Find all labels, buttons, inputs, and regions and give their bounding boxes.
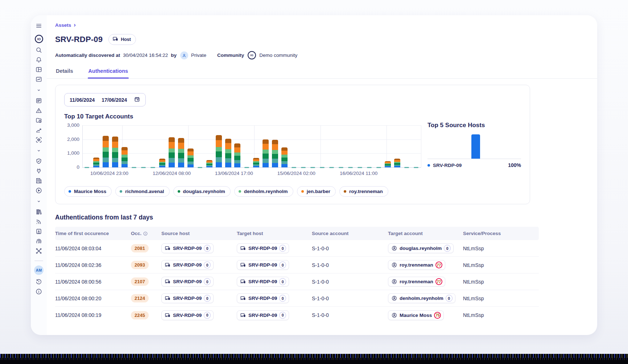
tab-authentications[interactable]: Authentications — [88, 67, 129, 78]
sidebar-chart-box-icon[interactable] — [33, 75, 44, 84]
community-value: Demo community — [259, 53, 297, 58]
sidebar-building-icon[interactable] — [33, 176, 44, 185]
user-avatar[interactable]: AM — [34, 265, 44, 275]
stacked-bar[interactable] — [93, 158, 99, 167]
bar-segment — [112, 137, 118, 142]
sidebar-plug-icon[interactable] — [33, 166, 44, 176]
stacked-bar[interactable] — [206, 160, 212, 167]
target-host-chip[interactable]: SRV-RDP-090 — [237, 243, 289, 253]
stacked-bar[interactable] — [216, 135, 222, 167]
sidebar-trend-icon[interactable] — [33, 125, 44, 135]
stacked-bar[interactable] — [112, 137, 118, 167]
target-host-chip[interactable]: SRV-RDP-090 — [237, 260, 289, 270]
bar-segment — [187, 151, 194, 155]
sidebar-chevron-down-icon[interactable] — [33, 198, 44, 205]
sidebar-chevron-down-icon[interactable] — [33, 147, 44, 154]
source-account-sid: S-1-0-0 — [312, 312, 388, 318]
target-host-name: SRV-RDP-09 — [248, 296, 277, 301]
target-host-chip[interactable]: SRV-RDP-090 — [237, 293, 289, 303]
sidebar-logo-icon[interactable]: IO — [33, 33, 44, 45]
sidebar-chevron-down-icon[interactable] — [33, 87, 44, 93]
sidebar-history-alert-icon[interactable] — [33, 277, 44, 286]
source-host-chip[interactable]: SRV-RDP-090 — [161, 293, 214, 303]
devices-icon — [240, 312, 246, 318]
stacked-bar[interactable] — [225, 139, 231, 167]
chart-slot — [82, 125, 92, 167]
source-host-chip[interactable]: SRV-RDP-090 — [161, 243, 214, 253]
chart-slot — [242, 125, 252, 167]
breadcrumb-assets-link[interactable]: Assets — [55, 22, 71, 28]
sidebar-cube-scan-icon[interactable] — [33, 135, 44, 145]
bar-segment — [216, 147, 222, 151]
account-chip[interactable]: roy.trenneman77 — [388, 260, 445, 270]
sidebar-search-icon[interactable] — [33, 45, 44, 55]
sidebar-folder-clock-icon[interactable] — [33, 116, 44, 125]
chart-slot — [252, 125, 261, 167]
stacked-bar[interactable] — [281, 147, 288, 167]
legend-chip-maurice-moss[interactable]: Maurice Moss — [64, 186, 112, 197]
zero-dash — [141, 167, 146, 168]
target-host-chip[interactable]: SRV-RDP-090 — [237, 277, 289, 286]
stacked-bar[interactable] — [169, 137, 175, 167]
account-chip[interactable]: douglas.reynholm0 — [388, 243, 454, 253]
target-host-chip[interactable]: SRV-RDP-090 — [237, 310, 289, 320]
source-host-chip[interactable]: SRV-RDP-090 — [161, 277, 214, 286]
bar-segment — [281, 161, 288, 164]
sidebar-news-icon[interactable] — [33, 96, 44, 105]
bar-segment — [178, 138, 184, 143]
legend-chip-denholm-reynholm[interactable]: denholm.reynholm — [234, 186, 293, 197]
bar-segment — [187, 155, 194, 158]
chart-slot — [327, 125, 336, 167]
sidebar-info-icon[interactable] — [33, 287, 44, 296]
legend-chip-douglas-reynholm[interactable]: douglas.reynholm — [173, 186, 231, 197]
breadcrumb[interactable]: Assets › — [55, 22, 76, 28]
devices-icon — [240, 279, 246, 285]
source-host-chip[interactable]: SRV-RDP-090 — [161, 310, 214, 320]
stacked-bar[interactable] — [253, 158, 259, 167]
stacked-bar[interactable] — [121, 147, 128, 167]
chart-slot — [299, 125, 308, 167]
sidebar-menu-icon[interactable] — [33, 21, 44, 30]
stacked-bar[interactable] — [263, 139, 269, 167]
sidebar-layout-icon[interactable] — [33, 65, 44, 74]
bar-segment — [178, 158, 184, 163]
bar-segment — [169, 137, 175, 142]
stacked-bar[interactable] — [159, 159, 165, 167]
source-host-chip[interactable]: SRV-RDP-090 — [161, 260, 214, 270]
stacked-bar[interactable] — [103, 136, 109, 167]
stacked-bar[interactable] — [394, 159, 400, 167]
date-range-picker[interactable]: 11/06/2024 17/06/2024 — [64, 93, 146, 106]
sidebar-shield-check-icon[interactable] — [33, 156, 44, 166]
devices-icon — [240, 262, 246, 268]
stacked-bar[interactable] — [178, 138, 184, 167]
info-icon[interactable] — [143, 231, 148, 236]
sidebar-play-circle-icon[interactable] — [33, 186, 44, 195]
stacked-bar[interactable] — [234, 143, 240, 167]
bar-segment — [263, 144, 269, 150]
table-row: 11/06/2024 08:00:562107SRV-RDP-090SRV-RD… — [55, 273, 539, 290]
sidebar-bell-icon[interactable] — [33, 55, 44, 64]
source-host-bar[interactable] — [471, 134, 480, 159]
account-chip[interactable]: roy.trenneman77 — [388, 277, 445, 286]
count-badge: 0 — [279, 245, 286, 252]
legend-chip-jen-barber[interactable]: jen.barber — [297, 186, 336, 197]
target-host-name: SRV-RDP-09 — [248, 313, 277, 318]
zero-dash — [84, 167, 89, 168]
account-chip[interactable]: denholm.reynholm0 — [388, 293, 455, 303]
legend-chip-roy-trenneman[interactable]: roy.trenneman — [339, 186, 388, 197]
tab-details[interactable]: Details — [55, 67, 74, 78]
occurrence-count-pill: 2093 — [131, 261, 149, 269]
sidebar-books-icon[interactable] — [33, 207, 44, 217]
stacked-bar[interactable] — [187, 148, 194, 167]
sidebar-network-icon[interactable] — [33, 246, 44, 256]
chart-slot — [270, 125, 280, 167]
stacked-bar[interactable] — [272, 140, 278, 168]
sidebar-fingerprint-icon[interactable] — [33, 237, 44, 246]
sidebar-rss-icon[interactable] — [33, 217, 44, 226]
stacked-bar[interactable] — [385, 161, 391, 167]
bar-segment — [272, 144, 278, 150]
legend-chip-richmond-avenal[interactable]: richmond.avenal — [115, 186, 169, 197]
sidebar-doc-download-icon[interactable] — [33, 227, 44, 236]
sidebar-warning-icon[interactable] — [33, 106, 44, 115]
account-chip[interactable]: Maurice Moss75 — [388, 310, 444, 320]
